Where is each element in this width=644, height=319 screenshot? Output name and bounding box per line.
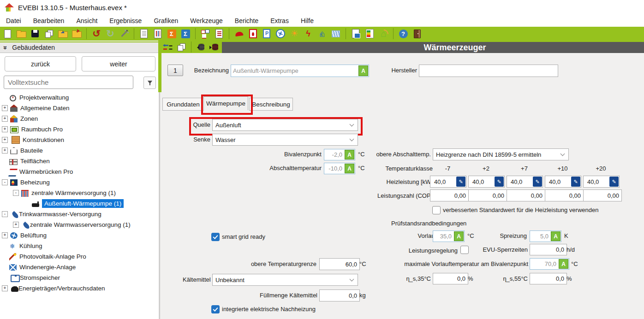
eta55-field[interactable]: 0,0 (530, 273, 567, 284)
heizleistung-field[interactable]: 40,0 (430, 176, 466, 188)
nachheizung-checkbox[interactable] (211, 305, 220, 313)
electricity-bolt-icon[interactable] (303, 28, 314, 39)
tree-expander[interactable]: + (13, 222, 19, 228)
edit-pencil-button[interactable] (495, 177, 504, 187)
tree-expander[interactable]: + (2, 116, 8, 122)
house-economy-icon[interactable] (316, 28, 328, 39)
sort-filter-icon[interactable] (162, 41, 173, 53)
copy-icon[interactable] (43, 28, 54, 39)
panel-splitter[interactable] (158, 41, 161, 92)
tree-item-allgemeine-daten[interactable]: +Allgemeine Daten (2, 103, 157, 113)
copy-page-icon[interactable] (176, 41, 187, 53)
abschalttemperatur-field[interactable]: -10,0A (324, 163, 355, 174)
schema-diagram-icon[interactable] (200, 28, 211, 39)
import-project-icon[interactable] (57, 28, 68, 39)
tree-item-kuehlung[interactable]: Kühlung (2, 241, 157, 251)
menu-datei[interactable]: Datei (0, 17, 27, 24)
tree-item-aussenluft-waermepumpe[interactable]: Außenluft-Wärmepumpe (1) (2, 198, 157, 209)
database-next-icon[interactable] (209, 41, 221, 53)
obere-abschalttemp-select[interactable]: Heizgrenze nach DIN 18599-5 ermitteln (433, 148, 569, 160)
verbesserter-standardwert-checkbox[interactable] (432, 206, 441, 214)
tree-expander[interactable]: - (2, 179, 8, 185)
tree-item-beheizung[interactable]: -Beheizung (2, 177, 157, 188)
quelle-select[interactable]: Außenluft (212, 119, 358, 131)
obere-temperaturgrenze-field[interactable]: 60,0 (319, 258, 360, 270)
vorlauf-field[interactable]: 35,0A (433, 230, 465, 242)
open-folder-icon[interactable] (16, 28, 27, 39)
leistungszahl-field[interactable]: 0,00 (430, 189, 469, 201)
roof-icon[interactable] (233, 28, 244, 39)
menu-hilfe[interactable]: Hilfe (295, 17, 320, 24)
bezeichnung-field[interactable]: Außenluft-Wärmepumpe A (231, 65, 369, 77)
auto-value-button[interactable]: A (559, 259, 568, 269)
hydraulics-icon[interactable] (330, 28, 341, 39)
report-document-icon[interactable] (138, 28, 149, 39)
edit-pencil-button[interactable] (533, 177, 542, 187)
database-previous-icon[interactable] (196, 41, 207, 53)
leistungsregelung-checkbox[interactable] (460, 246, 469, 254)
heating-pump-document-icon[interactable] (261, 28, 272, 39)
filter-button[interactable] (143, 77, 156, 89)
menu-ergebnisse[interactable]: Ergebnisse (103, 17, 148, 24)
tree-item-photovoltaik[interactable]: Photovoltaik-Anlage Pro (2, 251, 157, 262)
new-file-icon[interactable] (2, 28, 13, 39)
bivalenzpunkt-field[interactable]: -2,0A (324, 149, 355, 160)
menu-werkzeuge[interactable]: Werkzeuge (184, 17, 229, 24)
energy-label-icon[interactable] (364, 28, 375, 39)
auto-value-button[interactable]: A (345, 150, 354, 160)
bezeichnung-value[interactable]: Außenluft-Wärmepumpe (231, 65, 358, 77)
auto-value-button[interactable]: A (454, 231, 464, 241)
heizleistung-field[interactable]: 40,0 (507, 176, 543, 188)
tree-item-waermebruecken[interactable]: Wärmebrücken Pro (2, 166, 157, 177)
tree-item-stromspeicher[interactable]: Stromspeicher (2, 272, 157, 283)
menu-grafiken[interactable]: Grafiken (148, 17, 184, 24)
auto-value-button[interactable]: A (551, 231, 561, 241)
magic-wand-icon[interactable] (119, 28, 130, 39)
heizleistung-field[interactable]: 40,0 (468, 176, 505, 188)
menu-ansicht[interactable]: Ansicht (70, 17, 103, 24)
tree-expander[interactable]: + (2, 148, 8, 154)
eta35-field[interactable]: 0,0 (433, 273, 468, 284)
house-renovation-icon[interactable] (378, 28, 389, 39)
next-button[interactable]: weiter (82, 56, 155, 71)
tree-expander[interactable]: - (13, 190, 19, 196)
heizleistung-field[interactable]: 40,0 (545, 176, 581, 188)
tab-beschreibung[interactable]: Beschreibung (249, 98, 293, 111)
auto-value-button[interactable]: A (345, 164, 354, 173)
tree-item-zonen[interactable]: +Zonen (2, 113, 157, 124)
table-document-icon[interactable] (214, 28, 225, 39)
tree-item-teilflaechen[interactable]: Teilflächen (2, 156, 157, 166)
tree-item-zentrale-waermeversorgung[interactable]: -zentrale Wärmeversorgung (1) (2, 188, 157, 198)
fulltext-search-input[interactable] (4, 76, 133, 89)
tree-item-zentrale-warmwasserversorgung[interactable]: +zentrale Warmwasserversorgung (1) (2, 219, 157, 230)
ventilation-icon[interactable] (275, 28, 286, 39)
leistungszahl-field[interactable]: 0,00 (545, 189, 584, 201)
max-vorlauftemp-field[interactable]: 70,0A (530, 258, 569, 270)
leistungszahl-field[interactable]: 0,00 (507, 189, 545, 201)
fuellmenge-field[interactable]: 0,0 (319, 289, 360, 301)
save-icon[interactable] (30, 28, 41, 39)
senke-select[interactable]: Wasser (212, 134, 358, 146)
sidebar-header[interactable]: » Gebäudedaten (0, 41, 158, 53)
tree-item-projektverwaltung[interactable]: Projektverwaltung (2, 92, 157, 103)
edit-pencil-button[interactable] (609, 177, 619, 187)
hersteller-input[interactable] (419, 65, 558, 77)
spreizung-field[interactable]: 5,0A (530, 230, 561, 242)
heizleistung-field[interactable]: 40,0 (583, 176, 620, 188)
tree-expander[interactable]: + (2, 126, 8, 132)
auto-value-button[interactable]: A (358, 65, 368, 76)
tree-expander[interactable]: + (2, 232, 8, 238)
leistungszahl-field[interactable]: 0,00 (583, 189, 622, 201)
boiler-icon[interactable] (247, 28, 258, 39)
help-icon[interactable] (398, 28, 409, 39)
chevron-collapse-icon[interactable]: » (2, 46, 10, 49)
report-screen-icon[interactable] (350, 28, 361, 39)
kaeltemittel-select[interactable]: Unbekannt (212, 274, 358, 286)
edit-pencil-button[interactable] (456, 177, 465, 187)
solar-sun-icon[interactable] (289, 28, 300, 39)
tree-item-energietraeger[interactable]: +Energieträger/Verbrauchsdaten (2, 283, 157, 294)
document-compare-icon[interactable] (152, 28, 163, 39)
edit-pencil-button[interactable] (571, 177, 580, 187)
exit-door-icon[interactable] (411, 28, 423, 39)
menu-berichte[interactable]: Berichte (229, 17, 264, 24)
